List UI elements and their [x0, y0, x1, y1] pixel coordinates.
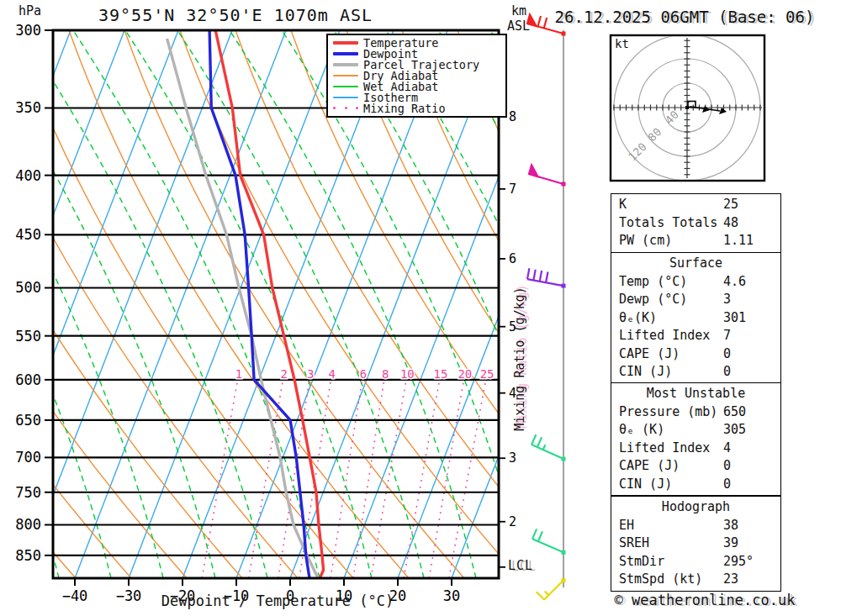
table-row: K25: [611, 196, 780, 214]
row-value: 48: [723, 214, 780, 233]
wind-barb-icon: [532, 529, 566, 554]
pressure-unit-label: hPa: [19, 3, 41, 18]
row-label: Totals Totals: [611, 214, 723, 233]
svg-text:850: 850: [15, 547, 41, 564]
row-label: CIN (J): [611, 476, 723, 494]
svg-text:1: 1: [235, 367, 242, 381]
row-value: 0: [723, 363, 780, 382]
table-row: SREH39: [611, 534, 780, 553]
row-value: 39: [723, 534, 780, 553]
svg-text:600: 600: [15, 371, 41, 388]
pressure-axis: 300350400450500550600650700750800850: [15, 22, 53, 564]
table-row: PW (cm)1.11: [611, 232, 780, 250]
row-label: CIN (J): [611, 363, 723, 382]
row-label: Temp (°C): [611, 273, 723, 292]
row-label: θₑ (K): [611, 421, 723, 440]
row-label: PW (cm): [611, 232, 723, 250]
row-label: SREH: [611, 534, 723, 553]
panel-title: Most Unstable: [611, 385, 780, 403]
panel-title: Surface: [611, 255, 780, 273]
mixing-ratio-axis-label: Mixing Ratio (g/kg): [512, 250, 527, 468]
table-row: CIN (J)0: [611, 363, 780, 382]
row-value: 4.6: [723, 273, 780, 292]
svg-text:750: 750: [15, 484, 41, 501]
legend-item: Temperature: [333, 37, 505, 48]
table-row: Dewp (°C)3: [611, 291, 780, 309]
table-row: CIN (J)0: [611, 476, 780, 494]
row-value: 305: [723, 421, 780, 440]
table-row: CAPE (J)0: [611, 457, 780, 476]
row-value: 23: [723, 571, 780, 589]
table-row: Lifted Index7: [611, 327, 780, 345]
svg-text:700: 700: [15, 449, 41, 466]
panel-title: Hodograph: [611, 498, 780, 517]
lcl-label: LCL: [508, 558, 533, 573]
row-label: K: [611, 196, 723, 214]
table-row: Totals Totals48: [611, 214, 780, 233]
row-label: Lifted Index: [611, 327, 723, 345]
legend: TemperatureDewpointParcel TrajectoryDry …: [326, 34, 507, 118]
row-value: 301: [723, 309, 780, 328]
row-label: Lifted Index: [611, 440, 723, 458]
table-row: θₑ(K)301: [611, 309, 780, 328]
indices-panel: K25Totals Totals48PW (cm)1.11: [611, 193, 781, 253]
row-label: CAPE (J): [611, 457, 723, 476]
table-row: Pressure (mb)650: [611, 403, 780, 422]
legend-item: Wet Adiabat: [333, 81, 505, 92]
table-row: CAPE (J)0: [611, 345, 780, 364]
row-value: 0: [723, 345, 780, 364]
row-label: Dewp (°C): [611, 291, 723, 309]
legend-item-label: Mixing Ratio: [363, 102, 446, 115]
chart-title: 39°55'N 32°50'E 1070m ASL: [59, 5, 412, 25]
km-unit-label: km: [511, 3, 526, 18]
svg-text:400: 400: [15, 167, 41, 184]
svg-text:4: 4: [329, 367, 336, 381]
table-row: EH38: [611, 517, 780, 535]
svg-text:450: 450: [15, 226, 41, 243]
svg-text:2: 2: [281, 367, 288, 381]
surface-panel: SurfaceTemp (°C)4.6Dewp (°C)3θₑ(K)301Lif…: [611, 252, 781, 384]
dry-adiabat-swatch-icon: [333, 75, 358, 76]
svg-text:15: 15: [434, 367, 448, 381]
svg-text:550: 550: [15, 328, 41, 345]
table-row: Temp (°C)4.6: [611, 273, 780, 292]
table-row: StmSpd (kt)23: [611, 571, 780, 589]
row-value: 295°: [723, 553, 780, 571]
mixing-ratio-swatch-icon: [333, 107, 358, 109]
svg-text:300: 300: [15, 22, 41, 39]
row-label: StmSpd (kt): [611, 571, 723, 589]
row-value: 3: [723, 291, 780, 309]
copyright: © weatheronline.co.uk: [579, 592, 831, 608]
mixing-ratio-labels: 12346810152025: [235, 367, 495, 381]
parcel-trajectory-swatch-icon: [333, 63, 358, 66]
row-value: 25: [723, 196, 780, 214]
svg-text:2: 2: [509, 514, 516, 529]
table-row: StmDir295°: [611, 553, 780, 571]
isotherm-swatch-icon: [333, 97, 358, 98]
row-label: StmDir: [611, 553, 723, 571]
svg-text:6: 6: [360, 367, 367, 381]
hodograph-panel: HodographEH38SREH39StmDir295°StmSpd (kt)…: [611, 496, 781, 592]
temperature-swatch-icon: [333, 41, 358, 45]
hodograph: 4080120: [611, 34, 764, 181]
table-row: Lifted Index4: [611, 440, 780, 458]
row-value: 4: [723, 440, 780, 458]
svg-text:8: 8: [382, 367, 389, 381]
dewpoint-swatch-icon: [333, 52, 358, 55]
svg-text:3: 3: [307, 367, 314, 381]
svg-text:800: 800: [15, 516, 41, 533]
most-unstable-panel: Most UnstablePressure (mb)650θₑ (K)305Li…: [611, 382, 781, 496]
date-header: 26.12.2025 06GMT (Base: 06): [530, 8, 839, 26]
x-axis-label: Dewpoint / Temperature (°C): [84, 592, 471, 609]
svg-text:500: 500: [15, 279, 41, 296]
wind-barb-icon: [537, 578, 566, 600]
asl-unit-label: ASL: [507, 18, 530, 34]
wet-adiabat-swatch-icon: [333, 86, 358, 87]
row-label: CAPE (J): [611, 345, 723, 364]
wind-barb-icon: [532, 434, 566, 461]
svg-text:10: 10: [400, 367, 415, 381]
row-label: Pressure (mb): [611, 403, 723, 422]
temperature-curve: [215, 30, 323, 581]
wind-barb-column: [527, 14, 566, 599]
row-value: 7: [723, 327, 780, 345]
